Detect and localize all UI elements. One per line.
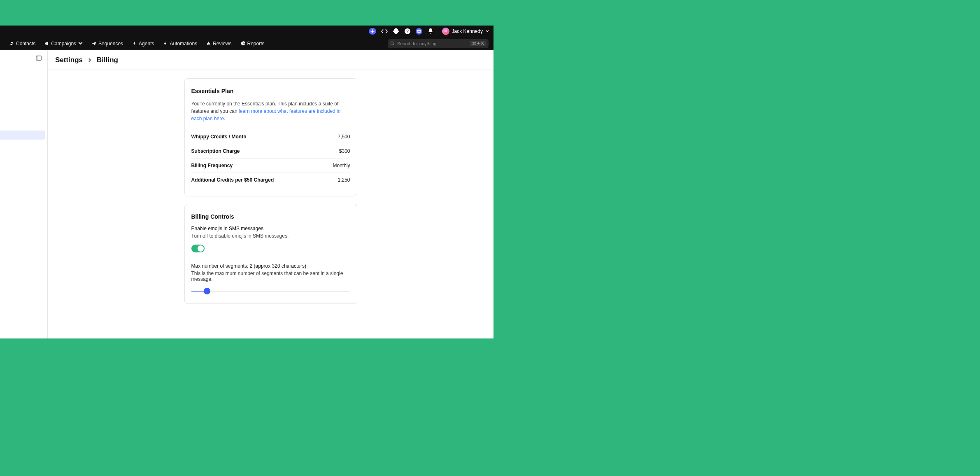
emoji-control: Enable emojis in SMS messages Turn off t… — [191, 226, 350, 252]
search-input[interactable] — [397, 41, 468, 46]
nav-label: Sequences — [98, 41, 123, 47]
breadcrumb-current: Billing — [97, 56, 118, 64]
emoji-desc: Turn off to disable emojis in SMS messag… — [191, 233, 350, 239]
sidebar-toggle[interactable] — [36, 55, 42, 61]
search-icon — [390, 41, 395, 46]
controls-title: Billing Controls — [191, 213, 350, 220]
megaphone-icon — [44, 41, 49, 46]
plan-description: You're currently on the Essentials plan.… — [191, 100, 350, 122]
sidebar — [0, 50, 48, 338]
code-icon[interactable] — [381, 28, 388, 35]
puzzle-icon[interactable] — [393, 28, 399, 35]
row-value: 7,500 — [338, 134, 350, 140]
emoji-title: Enable emojis in SMS messages — [191, 226, 350, 231]
svg-text:?: ? — [406, 29, 409, 34]
breadcrumb-parent[interactable]: Settings — [55, 56, 83, 64]
chevron-down-icon — [485, 29, 489, 33]
add-button[interactable] — [369, 28, 376, 35]
svg-rect-3 — [36, 56, 41, 61]
avatar: JK — [442, 28, 449, 35]
nav-reviews[interactable]: Reviews — [202, 37, 236, 50]
row-label: Subscription Charge — [191, 148, 240, 154]
topbar: ? JK Jack Kennedy — [0, 26, 493, 37]
search-box[interactable]: ⌘ + K — [388, 39, 489, 48]
nav-agents[interactable]: Agents — [128, 37, 158, 50]
nav-label: Campaigns — [51, 41, 76, 47]
nav-sequences[interactable]: Sequences — [87, 37, 128, 50]
chevron-down-icon — [78, 41, 83, 46]
segments-slider[interactable] — [191, 288, 350, 294]
star-icon — [206, 41, 211, 46]
segments-desc: This is the maximum number of segments t… — [191, 271, 350, 282]
breadcrumb: Settings Billing — [48, 50, 493, 70]
nav-label: Contacts — [16, 41, 35, 47]
user-name: Jack Kennedy — [452, 28, 483, 34]
sidebar-selection[interactable] — [0, 131, 45, 140]
send-icon — [92, 41, 96, 46]
plan-title: Essentials Plan — [191, 88, 350, 94]
shortcut-hint: ⌘ + K — [470, 41, 486, 46]
plan-row: Whippy Credits / Month 7,500 — [191, 130, 350, 144]
app-window: ? JK Jack Kennedy Contacts Campaigns Seq… — [0, 26, 493, 338]
controls-card: Billing Controls Enable emojis in SMS me… — [184, 204, 357, 304]
slider-track — [191, 291, 350, 292]
content: Settings Billing Essentials Plan You're … — [0, 50, 493, 338]
bolt-icon — [163, 41, 168, 46]
row-value: Monthly — [333, 163, 350, 168]
nav-label: Agents — [139, 41, 154, 47]
plan-card: Essentials Plan You're currently on the … — [184, 78, 357, 196]
chevron-right-icon — [88, 56, 92, 64]
svg-point-2 — [391, 42, 393, 44]
user-menu[interactable]: JK Jack Kennedy — [442, 28, 489, 35]
sparkle-icon — [132, 41, 137, 46]
row-label: Whippy Credits / Month — [191, 134, 247, 140]
emoji-toggle[interactable] — [191, 245, 205, 252]
row-label: Billing Frequency — [191, 163, 233, 168]
contacts-icon — [9, 41, 14, 46]
row-label: Additional Credits per $50 Charged — [191, 177, 274, 183]
nav-label: Reviews — [213, 41, 231, 47]
plan-row: Billing Frequency Monthly — [191, 159, 350, 173]
nav-label: Reports — [247, 41, 265, 47]
nav-campaigns[interactable]: Campaigns — [40, 37, 87, 50]
settings-icon[interactable] — [416, 28, 422, 35]
nav-reports[interactable]: Reports — [236, 37, 269, 50]
nav-label: Automations — [170, 41, 197, 47]
help-icon[interactable]: ? — [404, 28, 411, 35]
main: Settings Billing Essentials Plan You're … — [48, 50, 493, 338]
segments-title: Max number of segments: 2 (approx 320 ch… — [191, 263, 350, 269]
page-body: Essentials Plan You're currently on the … — [48, 70, 493, 336]
nav-contacts[interactable]: Contacts — [5, 37, 40, 50]
nav-automations[interactable]: Automations — [158, 37, 202, 50]
bell-icon[interactable] — [427, 28, 434, 35]
plan-row: Subscription Charge $300 — [191, 144, 350, 159]
segments-control: Max number of segments: 2 (approx 320 ch… — [191, 263, 350, 294]
toggle-knob — [198, 245, 204, 252]
navbar: Contacts Campaigns Sequences Agents Auto… — [0, 37, 493, 50]
pie-icon — [241, 41, 245, 46]
row-value: $300 — [339, 148, 350, 154]
slider-thumb[interactable] — [204, 288, 210, 294]
row-value: 1,250 — [338, 177, 350, 183]
plan-row: Additional Credits per $50 Charged 1,250 — [191, 173, 350, 187]
